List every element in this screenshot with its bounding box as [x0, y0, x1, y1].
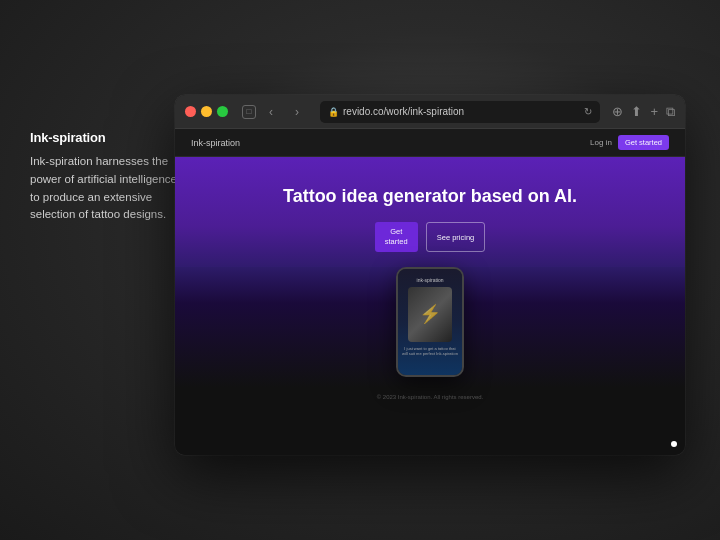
- tabs-icon[interactable]: ⧉: [666, 104, 675, 120]
- phone-container: ink-spiration I just want to get a tatto…: [175, 267, 685, 387]
- url-text: revido.co/work/ink-spiration: [343, 106, 464, 117]
- share-icon[interactable]: ⬆: [631, 104, 642, 119]
- get-started-button[interactable]: Get started: [375, 222, 418, 252]
- new-tab-icon[interactable]: +: [650, 104, 658, 119]
- phone-caption: I just want to get a tattoo that will su…: [402, 346, 458, 357]
- hero-buttons: Get started See pricing: [195, 222, 665, 252]
- phone-mockup: ink-spiration I just want to get a tatto…: [396, 267, 464, 377]
- site-nav: Ink-spiration Log in Get started: [175, 129, 685, 157]
- site-logo: Ink-spiration: [191, 138, 240, 148]
- see-pricing-button[interactable]: See pricing: [426, 222, 486, 252]
- project-description: Ink-spiration harnesses the power of art…: [30, 153, 185, 224]
- browser-actions: ⊕ ⬆ + ⧉: [612, 104, 675, 120]
- project-title: Ink-spiration: [30, 130, 185, 145]
- nav-cta-button[interactable]: Get started: [618, 135, 669, 150]
- traffic-light-yellow[interactable]: [201, 106, 212, 117]
- left-panel: Ink-spiration Ink-spiration harnesses th…: [30, 130, 185, 224]
- reload-icon[interactable]: ↻: [584, 106, 592, 117]
- phone-app-name: ink-spiration: [417, 277, 444, 283]
- site-hero: Tattoo idea generator based on AI. Get s…: [175, 157, 685, 272]
- browser-titlebar: □ ‹ › 🔒 revido.co/work/ink-spiration ↻ ⊕…: [175, 95, 685, 129]
- traffic-light-green[interactable]: [217, 106, 228, 117]
- address-bar[interactable]: 🔒 revido.co/work/ink-spiration ↻: [320, 101, 600, 123]
- traffic-light-red[interactable]: [185, 106, 196, 117]
- browser-content: Ink-spiration Log in Get started Tattoo …: [175, 129, 685, 455]
- download-icon[interactable]: ⊕: [612, 104, 623, 119]
- lock-icon: 🔒: [328, 107, 339, 117]
- hero-title: Tattoo idea generator based on AI.: [195, 185, 665, 208]
- site-footer: © 2023 Ink-spiration. All rights reserve…: [175, 387, 685, 407]
- footer-text: © 2023 Ink-spiration. All rights reserve…: [377, 394, 483, 400]
- browser-controls: □ ‹ ›: [242, 101, 308, 123]
- forward-button[interactable]: ›: [286, 101, 308, 123]
- nav-login[interactable]: Log in: [590, 138, 612, 147]
- site-nav-actions: Log in Get started: [590, 135, 669, 150]
- window-icon[interactable]: □: [242, 105, 256, 119]
- traffic-lights: [185, 106, 228, 117]
- back-button[interactable]: ‹: [260, 101, 282, 123]
- phone-screen: ink-spiration I just want to get a tatto…: [398, 269, 462, 375]
- browser-window: □ ‹ › 🔒 revido.co/work/ink-spiration ↻ ⊕…: [175, 95, 685, 455]
- indicator-dot: [671, 441, 677, 447]
- phone-tattoo-image: [408, 287, 452, 342]
